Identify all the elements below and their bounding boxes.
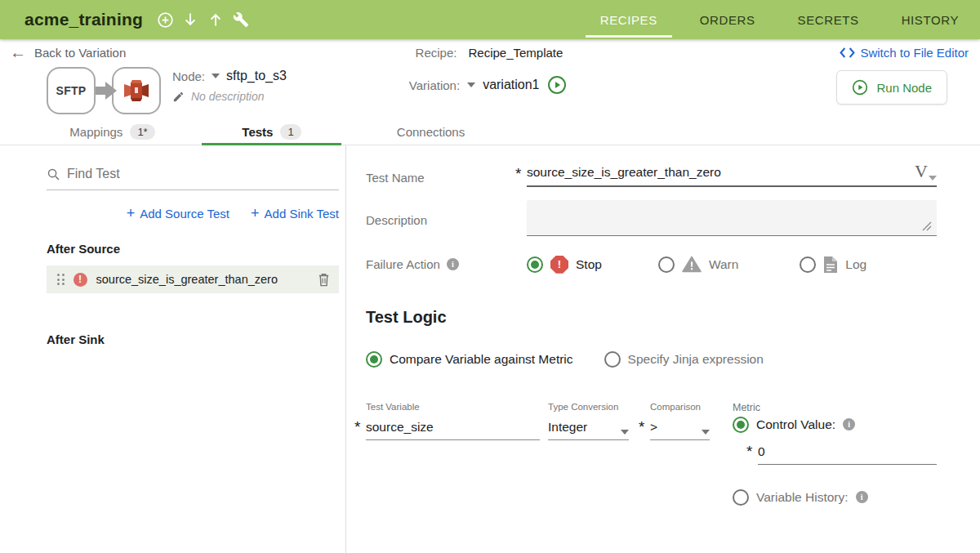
test-logic-heading: Test Logic (366, 308, 937, 327)
node-meta: Node: sftp_to_s3 No description (172, 67, 287, 103)
metric-option-variable-history[interactable]: Variable History: i (733, 489, 937, 506)
pencil-icon[interactable] (172, 91, 185, 103)
recipe-value: Recipe_Template (468, 46, 563, 60)
logic-option-compare[interactable]: Compare Variable against Metric (366, 351, 573, 368)
test-variable-input[interactable]: * source_size (366, 420, 540, 440)
radio-log[interactable] (800, 256, 816, 273)
delete-test-icon[interactable] (317, 272, 331, 288)
comparison-select[interactable]: * > (650, 420, 710, 440)
logic-option-jinja[interactable]: Specify Jinja expression (604, 351, 764, 368)
variation-dropdown-caret-icon[interactable] (467, 83, 475, 87)
variation-label: Variation: (409, 78, 460, 92)
add-sink-test-button[interactable]: + Add Sink Test (251, 205, 339, 222)
failure-option-log[interactable]: Log (800, 256, 866, 274)
info-icon[interactable]: i (447, 258, 459, 270)
control-value-label: Control Value: (756, 417, 835, 432)
jinja-label: Specify Jinja expression (628, 352, 764, 367)
metric-label: Metric (733, 402, 937, 413)
node-dropdown-caret-icon[interactable] (212, 74, 220, 78)
failure-option-warn[interactable]: Warn (658, 256, 738, 273)
add-circle-icon[interactable] (156, 11, 174, 29)
tab-mappings-label: Mappings (69, 125, 122, 139)
nav-secrets[interactable]: SECRETS (777, 0, 880, 39)
radio-stop[interactable] (527, 256, 543, 273)
after-sink-heading: After Sink (47, 332, 339, 346)
description-row: Description (366, 200, 937, 236)
sftp-node-icon[interactable]: SFTP (47, 67, 96, 114)
header-toolbar (156, 11, 250, 29)
test-name-label: Test Name (366, 163, 527, 187)
node-name[interactable]: sftp_to_s3 (226, 69, 287, 83)
tab-mappings[interactable]: Mappings 1* (33, 119, 192, 145)
after-source-heading: After Source (47, 242, 339, 256)
play-variation-icon[interactable] (547, 75, 567, 95)
find-test-input[interactable]: Find Test (47, 167, 339, 190)
comparison-label: Comparison (650, 402, 733, 412)
tab-mappings-badge: 1* (130, 124, 154, 140)
breadcrumb-row: ← Back to Variation Recipe: Recipe_Templ… (0, 39, 980, 65)
main-nav: RECIPES ORDERS SECRETS HISTORY (579, 0, 980, 39)
description-textarea[interactable] (527, 200, 937, 236)
search-icon (47, 167, 60, 181)
radio-jinja[interactable] (604, 351, 621, 368)
failure-action-row: Failure Action i ! Stop Warn (366, 256, 937, 274)
metric-option-control-value[interactable]: Control Value: i (733, 417, 937, 433)
add-sink-test-label: Add Sink Test (265, 207, 339, 221)
control-value: 0 (758, 444, 765, 458)
back-to-variation-link[interactable]: ← Back to Variation (10, 44, 320, 60)
comparison-caret-icon (702, 430, 710, 435)
test-list-item[interactable]: ! source_size_is_greater_than_zero (47, 265, 339, 293)
run-node-button[interactable]: Run Node (836, 70, 947, 105)
info-icon[interactable]: i (843, 418, 855, 430)
add-source-test-button[interactable]: + Add Source Test (127, 205, 229, 222)
stop-label: Stop (576, 257, 602, 272)
required-marker-red: * (746, 443, 752, 461)
tab-connections[interactable]: Connections (351, 119, 510, 145)
nav-history[interactable]: HISTORY (880, 0, 980, 39)
resize-handle-icon[interactable] (922, 221, 932, 231)
variable-glyph: V (915, 163, 928, 180)
radio-control-value[interactable] (733, 417, 749, 433)
play-icon (852, 79, 868, 96)
failure-option-stop[interactable]: ! Stop (527, 256, 602, 274)
radio-warn[interactable] (658, 256, 675, 273)
radio-variable-history[interactable] (733, 489, 749, 506)
run-node-label: Run Node (876, 81, 932, 95)
back-arrow-icon: ← (10, 44, 26, 60)
control-value-input[interactable]: 0 (758, 444, 937, 465)
node-label: Node: (172, 69, 205, 83)
nav-orders[interactable]: ORDERS (679, 0, 777, 39)
test-list-panel: Find Test + Add Source Test + Add Sink T… (0, 145, 346, 553)
node-summary-row: SFTP Node: sftp_to_s3 No description (0, 65, 980, 119)
drag-handle-icon[interactable] (57, 274, 65, 285)
node-tabs: Mappings 1* Tests 1 Connections (0, 119, 980, 145)
variation-group: Variation: variation1 (409, 67, 567, 95)
variation-value[interactable]: variation1 (483, 78, 539, 92)
arrow-up-icon[interactable] (207, 11, 225, 29)
test-name-input[interactable]: source_size_is_greater_than_zero V (527, 163, 937, 187)
stop-icon: ! (550, 256, 568, 274)
tab-tests[interactable]: Tests 1 (192, 119, 351, 145)
insert-variable-icon[interactable]: V (915, 163, 937, 180)
back-label: Back to Variation (34, 46, 126, 60)
tests-content: Find Test + Add Source Test + Add Sink T… (0, 145, 980, 553)
required-marker: * (639, 418, 644, 436)
failure-action-label: Failure Action (366, 257, 440, 271)
type-conversion-select[interactable]: Integer (548, 420, 629, 440)
log-label: Log (845, 257, 866, 272)
radio-compare[interactable] (366, 351, 382, 368)
switch-to-file-editor-link[interactable]: Switch to File Editor (658, 46, 969, 60)
type-conversion-label: Type Conversion (548, 402, 650, 412)
test-logic-options: Compare Variable against Metric Specify … (366, 351, 937, 368)
log-file-icon (823, 256, 838, 274)
tab-tests-badge: 1 (280, 124, 301, 140)
aws-s3-icon[interactable] (112, 67, 161, 114)
node-flow-icons: SFTP (47, 67, 161, 114)
node-description-placeholder[interactable]: No description (191, 90, 265, 103)
wrench-icon[interactable] (232, 11, 250, 29)
nav-recipes[interactable]: RECIPES (579, 0, 679, 39)
test-item-name: source_size_is_greater_than_zero (96, 273, 278, 286)
info-icon[interactable]: i (856, 491, 868, 503)
test-variable-label: Test Variable (366, 402, 548, 412)
arrow-down-icon[interactable] (181, 11, 199, 29)
